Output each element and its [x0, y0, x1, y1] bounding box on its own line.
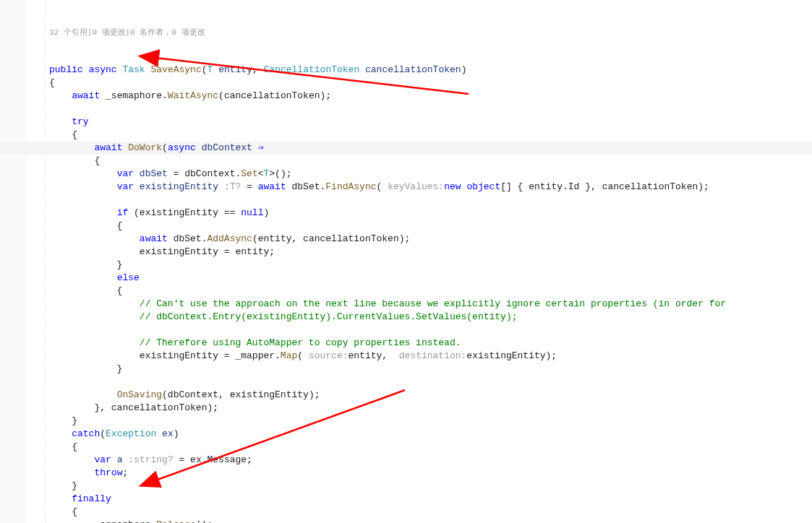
- code-line[interactable]: throw;: [49, 467, 812, 480]
- code-line[interactable]: var a :string? = ex.Message;: [49, 454, 812, 467]
- code-line[interactable]: }: [49, 415, 812, 428]
- code-line[interactable]: [49, 103, 812, 116]
- code-line[interactable]: {: [49, 441, 812, 454]
- code-line[interactable]: {: [49, 77, 812, 90]
- code-line[interactable]: await DoWork(async dbContext ⇒: [0, 142, 812, 155]
- code-line[interactable]: // Can't use the approach on the next li…: [49, 298, 812, 311]
- code-line[interactable]: // Therefore using AutoMapper to copy pr…: [49, 337, 812, 350]
- code-line[interactable]: try: [49, 116, 812, 129]
- code-line[interactable]: var dbSet = dbContext.Set<T>();: [49, 168, 812, 181]
- code-line[interactable]: [49, 376, 812, 389]
- code-container: public async Task SaveAsync(T entity, Ca…: [49, 64, 812, 523]
- code-line[interactable]: OnSaving(dbContext, existingEntity);: [49, 389, 812, 402]
- outline-strip: [26, 0, 46, 523]
- code-line[interactable]: else: [49, 272, 812, 285]
- code-line[interactable]: if (existingEntity == null): [49, 207, 812, 220]
- code-line[interactable]: {: [49, 285, 812, 298]
- code-line[interactable]: {: [49, 129, 812, 142]
- code-line[interactable]: await _semaphore.WaitAsync(cancellationT…: [49, 90, 812, 103]
- code-line[interactable]: existingEntity = entity;: [49, 246, 812, 259]
- code-line[interactable]: // dbContext.Entry(existingEntity).Curre…: [49, 311, 812, 324]
- code-line[interactable]: }: [49, 480, 812, 493]
- code-line[interactable]: }: [49, 363, 812, 376]
- line-gutter: [0, 0, 27, 523]
- code-line[interactable]: [49, 324, 812, 337]
- code-line[interactable]: }: [49, 259, 812, 272]
- code-line[interactable]: }, cancellationToken);: [49, 402, 812, 415]
- code-line[interactable]: {: [49, 155, 812, 168]
- code-line[interactable]: existingEntity = _mapper.Map( source:ent…: [49, 350, 812, 363]
- code-line[interactable]: [49, 194, 812, 207]
- code-line[interactable]: var existingEntity :T? = await dbSet.Fin…: [49, 181, 812, 194]
- code-editor[interactable]: 32 个引用|0 项更改|0 名作者，0 项更改 public async Ta…: [45, 0, 812, 523]
- codelens-info[interactable]: 32 个引用|0 项更改|0 名作者，0 项更改: [49, 27, 812, 38]
- code-line[interactable]: public async Task SaveAsync(T entity, Ca…: [49, 64, 812, 77]
- code-line[interactable]: catch(Exception ex): [49, 428, 812, 441]
- code-line[interactable]: await dbSet.AddAsync(entity, cancellatio…: [49, 233, 812, 246]
- code-line[interactable]: _semaphore.Release();: [49, 519, 812, 523]
- code-line[interactable]: finally: [49, 493, 812, 506]
- code-line[interactable]: {: [49, 220, 812, 233]
- code-line[interactable]: {: [49, 506, 812, 519]
